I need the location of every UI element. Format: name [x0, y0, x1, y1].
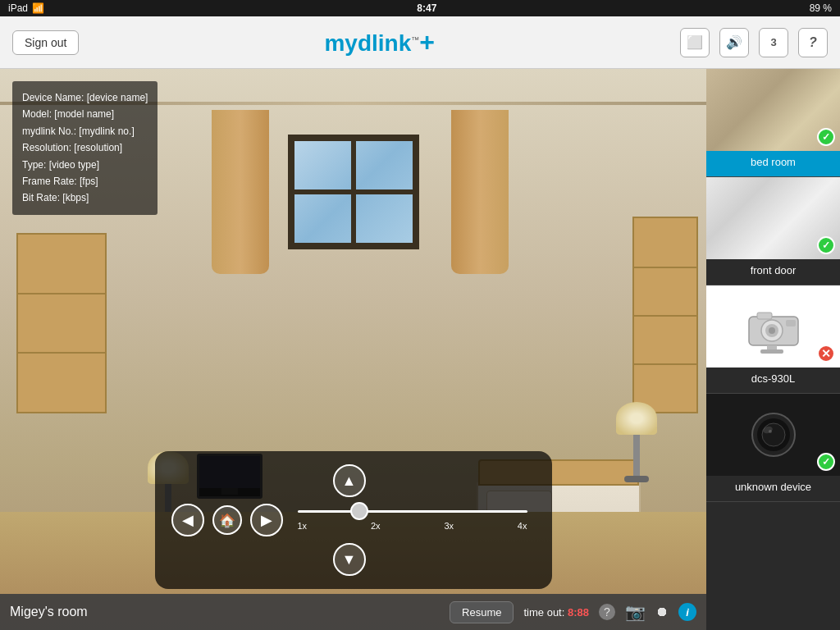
zoom-2x: 2x — [371, 521, 381, 531]
ptz-up-button[interactable]: ▲ — [333, 464, 366, 497]
room-name-label: Migey's room — [10, 605, 440, 619]
help-question-button[interactable]: ? — [599, 604, 615, 620]
svg-rect-4 — [786, 320, 796, 326]
svg-point-3 — [769, 327, 775, 334]
bottom-bar: Migey's room Resume time out: 8:88 ? 📷 ⏺… — [0, 594, 706, 630]
device-info-overlay: Device Name: [device name] Model: [model… — [12, 81, 158, 215]
camera-snapshot-button[interactable]: 📷 — [625, 602, 646, 622]
zoom-3x: 3x — [444, 521, 454, 531]
zoom-labels: 1x 2x 3x 4x — [298, 521, 527, 531]
timeout-value: 8:88 — [568, 606, 589, 619]
lamp-right — [616, 402, 657, 482]
camera-thumb-frontdoor: ✓ — [706, 177, 840, 259]
dcs-camera-icon — [741, 300, 806, 354]
ptz-left-button[interactable]: ◀ — [171, 504, 204, 536]
sign-out-button[interactable]: Sign out — [12, 30, 79, 55]
bitrate-label: Bit Rate: [kbps] — [22, 189, 148, 206]
record-button[interactable]: ⏺ — [655, 605, 669, 619]
zoom-1x: 1x — [298, 521, 308, 531]
type-label: Type: [video type] — [22, 157, 148, 173]
window — [288, 135, 419, 249]
ptz-right-button[interactable]: ▶ — [250, 504, 283, 536]
status-badge-frontdoor: ✓ — [817, 236, 835, 254]
timeout-label: time out: 8:88 — [523, 606, 589, 619]
fullscreen-button[interactable]: ⬜ — [680, 28, 710, 57]
header: Sign out mydlink™+ ⬜ 🔊 3 ? — [0, 16, 840, 69]
camera-thumb-dcs930l: ✕ — [706, 285, 840, 368]
curtain-right — [451, 110, 509, 274]
framerate-label: Frame Rate: [fps] — [22, 173, 148, 189]
main-layout: Device Name: [device name] Model: [model… — [0, 69, 840, 630]
shelf-left — [16, 233, 107, 413]
camera-label-dcs930l: dcs-930L — [751, 368, 795, 386]
zoom-slider[interactable] — [298, 510, 527, 513]
svg-rect-5 — [757, 313, 772, 319]
curtain-left — [212, 110, 269, 274]
app-logo: mydlink™+ — [324, 27, 435, 57]
camera-item-bedroom[interactable]: ✓ bed room — [706, 69, 840, 177]
ptz-up-row: ▲ — [333, 464, 366, 497]
logo-tm: ™ — [411, 35, 419, 44]
camera-view: Device Name: [device name] Model: [model… — [0, 69, 706, 630]
mydlink-label: mydlink No.: [mydlink no.] — [22, 123, 148, 139]
camera-thumb-bedroom: ✓ — [706, 69, 840, 151]
header-icons: ⬜ 🔊 3 ? — [680, 28, 828, 57]
svg-point-12 — [769, 430, 772, 433]
ptz-down-row: ▼ — [333, 543, 366, 576]
zoom-container: 1x 2x 3x 4x — [298, 510, 527, 531]
wifi-icon: 📶 — [32, 2, 44, 14]
status-time: 8:47 — [417, 2, 436, 14]
camera-thumb-unknown: ✓ — [706, 394, 840, 476]
camera-label-unknown: unknown device — [735, 476, 811, 495]
status-left: iPad 📶 — [8, 2, 44, 14]
ptz-controls: ▲ ◀ 🏠 ▶ 1x 2x 3x 4x ▼ — [155, 451, 552, 589]
status-right: 89 % — [810, 2, 832, 14]
logo-plus: + — [419, 27, 435, 57]
status-bar: iPad 📶 8:47 89 % — [0, 0, 840, 16]
camera-item-dcs930l[interactable]: ✕ dcs-930L — [706, 285, 840, 394]
unknown-camera-icon — [741, 409, 806, 462]
status-badge-bedroom: ✓ — [817, 128, 835, 146]
ptz-middle-row: ◀ 🏠 ▶ 1x 2x 3x 4x — [171, 504, 527, 536]
help-button[interactable]: ? — [798, 28, 828, 57]
logo-prefix: my — [324, 30, 357, 56]
battery-label: 89 % — [810, 2, 832, 14]
resume-button[interactable]: Resume — [450, 601, 514, 623]
logo-bold: dlink — [358, 30, 411, 56]
status-badge-dcs930l: ✕ — [817, 345, 835, 363]
svg-rect-7 — [760, 349, 783, 354]
camera-item-frontdoor[interactable]: ✓ front door — [706, 177, 840, 285]
camera-label-frontdoor: front door — [751, 259, 797, 278]
camera-label-bedroom: bed room — [751, 151, 796, 170]
device-name-label: Device Name: [device name] — [22, 89, 148, 106]
camera-item-unknown[interactable]: ✓ unknown device — [706, 394, 840, 502]
zoom-4x: 4x — [518, 521, 527, 531]
shelf-right — [632, 217, 698, 413]
ptz-down-button[interactable]: ▼ — [333, 543, 366, 576]
info-button[interactable]: i — [678, 603, 696, 621]
audio-button[interactable]: 🔊 — [719, 28, 749, 57]
resolution-label: Resolution: [resolution] — [22, 139, 148, 156]
device-label: iPad — [8, 2, 28, 14]
notifications-button[interactable]: 3 — [759, 28, 788, 57]
svg-point-10 — [762, 423, 785, 446]
status-badge-unknown: ✓ — [817, 453, 835, 471]
ptz-home-button[interactable]: 🏠 — [212, 505, 242, 535]
sidebar: ✓ bed room ✓ front door — [706, 69, 840, 630]
model-label: Model: [model name] — [22, 106, 148, 122]
